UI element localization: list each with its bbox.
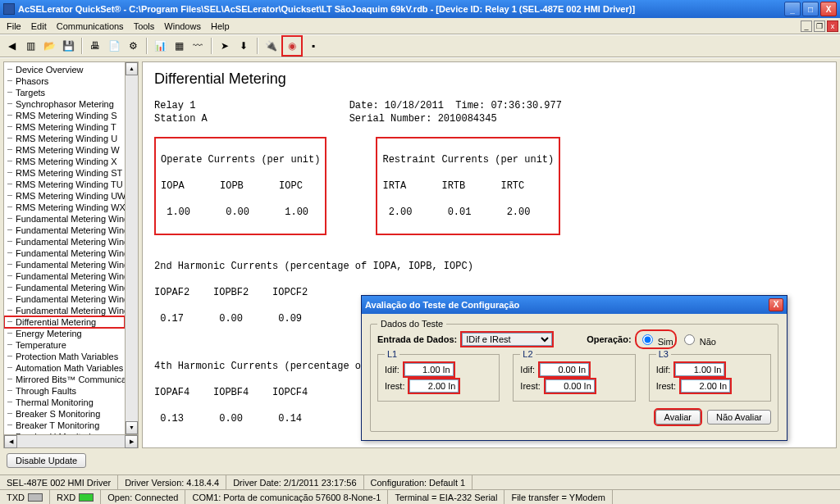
scroll-left-icon[interactable]: ◀ <box>4 435 17 448</box>
tree-item[interactable]: RMS Metering Winding T <box>4 121 125 133</box>
scroll-up-icon[interactable]: ▲ <box>126 62 138 75</box>
tree-item[interactable]: Energy Metering <box>4 328 125 339</box>
restraint-vals: 2.00 0.01 2.00 <box>382 207 530 218</box>
L1-irest-input[interactable] <box>409 379 459 393</box>
close-button[interactable]: X <box>820 2 837 16</box>
tree-item[interactable]: Device Overview <box>4 64 125 75</box>
group-label: Dados do Teste <box>377 319 446 329</box>
tree-item[interactable]: Fundamental Metering Winding ST <box>4 270 125 282</box>
tree-item[interactable]: Through Faults <box>4 385 125 397</box>
tree-item[interactable]: Differential Metering <box>4 316 125 328</box>
tree-item[interactable]: Fundamental Metering Winding U <box>4 236 125 247</box>
tree-item[interactable]: RMS Metering Winding S <box>4 110 125 121</box>
status-com: COM1: Porta de comunicação 57600 8-None-… <box>185 490 388 504</box>
phase-L2: L2 Idif: Irest: <box>513 354 635 402</box>
L3-irest-input[interactable] <box>681 379 730 393</box>
tree-item[interactable]: Targets <box>4 87 125 98</box>
menu-edit[interactable]: Edit <box>26 20 52 33</box>
tree-item[interactable]: Fundamental Metering Winding S <box>4 213 125 225</box>
tree-item[interactable]: Breaker U Monitoring <box>4 431 125 434</box>
menu-communications[interactable]: Communications <box>52 20 129 33</box>
tree-item[interactable]: Fundamental Metering Winding W <box>4 247 125 259</box>
tree-item[interactable]: Breaker S Monitoring <box>4 408 125 420</box>
toolbar-grid-icon[interactable]: ▦ <box>171 38 187 54</box>
tree-item[interactable]: RMS Metering Winding WX <box>4 202 125 213</box>
toolbar-send-icon[interactable]: ➤ <box>217 38 233 54</box>
mdi-close[interactable]: x <box>827 20 838 32</box>
tree-item[interactable]: Fundamental Metering Winding UW <box>4 293 125 305</box>
tree-hscrollbar[interactable]: ◀ ▶ <box>4 434 138 447</box>
toolbar-settings-icon[interactable]: ⚙ <box>125 38 141 54</box>
toolbar-open-icon[interactable]: 📂 <box>41 38 57 54</box>
tree-item[interactable]: Protection Math Variables <box>4 351 125 362</box>
mdi-restore[interactable]: ❐ <box>814 20 825 32</box>
nao-avaliar-button[interactable]: Não Avaliar <box>707 410 771 425</box>
tree-item[interactable]: Fundamental Metering Winding W <box>4 305 125 316</box>
tree-item[interactable]: RMS Metering Winding UW <box>4 190 125 202</box>
toolbar-save-icon[interactable]: 💾 <box>60 38 76 54</box>
toolbar-wave-icon[interactable]: 〰 <box>189 38 206 54</box>
tree-item[interactable]: RMS Metering Winding X <box>4 156 125 167</box>
tree-item[interactable]: Fundamental Metering Winding X <box>4 259 125 270</box>
toolbar-back-icon[interactable]: ◀ <box>3 38 20 54</box>
hscroll-track[interactable] <box>17 435 125 447</box>
dialog-close-icon[interactable]: X <box>769 298 783 311</box>
operate-vals: 1.00 0.00 1.00 <box>161 207 308 218</box>
tree-vscrollbar[interactable]: ▲ ▼ <box>125 62 138 434</box>
status-open: Open: Connected <box>101 490 185 504</box>
entrada-combo[interactable]: IDif e IRest <box>462 333 552 346</box>
tree-item[interactable]: Thermal Monitoring <box>4 397 125 408</box>
scroll-track[interactable] <box>126 75 138 421</box>
tree-item[interactable]: RMS Metering Winding W <box>4 144 125 156</box>
mdi-controls: _ ❐ x <box>801 20 838 32</box>
restraint-cols: IRTA IRTB IRTC <box>382 180 524 192</box>
toolbar-recv-icon[interactable]: ⬇ <box>235 38 252 54</box>
tree-item[interactable]: Phasors <box>4 75 125 87</box>
L2-idif-input[interactable] <box>540 363 589 376</box>
tree-pane: Device OverviewPhasorsTargetsSynchrophas… <box>3 61 139 448</box>
menu-help[interactable]: Help <box>206 20 235 33</box>
scroll-down-icon[interactable]: ▼ <box>126 421 138 434</box>
tree-item[interactable]: RMS Metering Winding ST <box>4 167 125 179</box>
toolbar-connect-icon[interactable]: 🔌 <box>262 38 279 54</box>
status-configuration: Configuration: Default 1 <box>364 475 473 489</box>
app-icon <box>3 3 15 15</box>
operate-cols: IOPA IOPB IOPC <box>161 180 303 192</box>
station-info-line: Station A Serial Number: 2010084345 <box>154 112 824 125</box>
toolbar-hmi-icon[interactable]: ◉ <box>284 38 300 54</box>
maximize-button[interactable]: □ <box>802 2 819 16</box>
tree-item[interactable]: Automation Math Variables <box>4 362 125 374</box>
operacao-label: Operação: <box>587 334 631 344</box>
entrada-label: Entrada de Dados: <box>377 334 457 344</box>
window-title: AcSELerator QuickSet® - C:\Program Files… <box>18 4 635 14</box>
tree-item[interactable]: RMS Metering Winding U <box>4 133 125 144</box>
L2-irest-input[interactable] <box>546 379 595 393</box>
toolbar-chart-icon[interactable]: 📊 <box>152 38 168 54</box>
status-txd: TXD <box>0 490 50 504</box>
tree-item[interactable]: RMS Metering Winding TU <box>4 179 125 190</box>
tree-item[interactable]: Fundamental Metering Winding TU <box>4 282 125 293</box>
tree-item[interactable]: Mirrored Bits™ Communications A <box>4 374 125 385</box>
scroll-right-icon[interactable]: ▶ <box>125 435 138 448</box>
radio-sim[interactable] <box>642 334 653 345</box>
toolbar-doc-icon[interactable]: 📄 <box>106 38 122 54</box>
avaliar-button[interactable]: Avaliar <box>655 410 701 425</box>
menu-tools[interactable]: Tools <box>129 20 160 33</box>
tree-item[interactable]: Synchrophasor Metering <box>4 98 125 110</box>
toolbar-print-icon[interactable]: 🖶 <box>87 38 103 54</box>
mdi-minimize[interactable]: _ <box>801 20 812 32</box>
tree-item[interactable]: Breaker T Monitoring <box>4 420 125 431</box>
L1-idif-input[interactable] <box>404 363 454 376</box>
toolbar-terminal-icon[interactable]: ▪ <box>305 38 322 54</box>
L3-idif-input[interactable] <box>675 363 724 376</box>
menu-file[interactable]: File <box>2 20 26 33</box>
restraint-currents-box: Restraint Currents (per unit) IRTA IRTB … <box>376 137 560 235</box>
menu-windows[interactable]: Windows <box>159 20 206 33</box>
disable-update-button[interactable]: Disable Update <box>7 453 86 468</box>
minimize-button[interactable]: _ <box>784 2 801 16</box>
tree-item[interactable]: Temperature <box>4 339 125 351</box>
tree-item[interactable]: Fundamental Metering Winding T <box>4 225 125 236</box>
toolbar-new-icon[interactable]: ▥ <box>22 38 39 54</box>
application-window: AcSELerator QuickSet® - C:\Program Files… <box>0 0 840 504</box>
radio-nao[interactable] <box>684 334 695 345</box>
